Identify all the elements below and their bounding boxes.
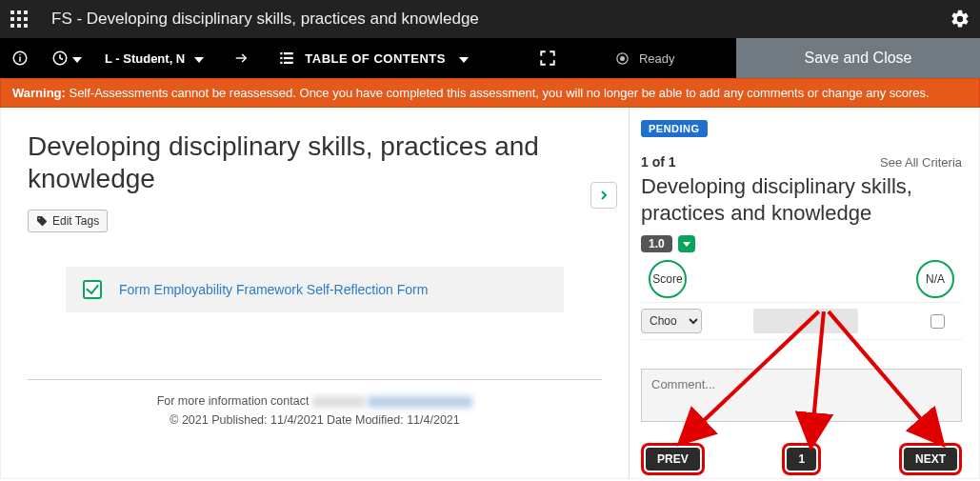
form-complete-check-icon [83,280,102,299]
content-heading: Developing disciplinary skills, practice… [28,130,602,194]
footer-info: For more information contact © 2021 Publ… [28,391,602,430]
apps-grid-icon[interactable] [10,10,29,29]
svg-rect-15 [284,52,293,54]
gear-icon[interactable] [950,9,970,30]
svg-rect-0 [10,10,14,14]
score-value-pill: 1.0 [641,235,672,252]
svg-rect-2 [24,10,28,14]
user-selector[interactable]: L - Student, N [93,38,215,78]
edit-tags-button[interactable]: Edit Tags [28,210,108,232]
svg-rect-8 [24,24,28,28]
page-indicator-button[interactable]: 1 [782,443,821,475]
app-header: FS - Developing disciplinary skills, pra… [0,0,980,38]
score-header-circle: Score [649,260,687,298]
svg-rect-16 [281,57,283,59]
form-link[interactable]: Form Employability Framework Self-Reflec… [119,282,428,297]
info-icon[interactable] [0,38,40,78]
history-icon[interactable] [40,38,93,78]
svg-rect-3 [10,17,14,21]
svg-rect-5 [24,17,28,21]
fullscreen-icon[interactable] [518,38,577,78]
save-and-close-button[interactable]: Save and Close [736,38,980,78]
svg-rect-1 [17,10,21,14]
na-header-circle: N/A [916,260,954,298]
comment-textarea[interactable] [641,369,962,422]
svg-rect-18 [281,62,283,64]
score-input-row: Choo [641,302,962,340]
toolbar: L - Student, N TABLE OF CONTENTS Ready S… [0,38,980,78]
score-dropdown-toggle[interactable] [678,235,695,252]
warning-banner: Warning: Self-Assessments cannot be reas… [0,78,980,108]
svg-point-21 [621,56,625,60]
svg-rect-7 [17,24,21,28]
status-ready[interactable]: Ready [577,38,736,78]
next-button[interactable]: NEXT [899,443,962,475]
user-name: L - Student, N [105,51,185,66]
score-select[interactable]: Choo [641,309,702,333]
status-badge: PENDING [641,120,708,137]
see-all-criteria-link[interactable]: See All Criteria [880,155,962,170]
prev-button[interactable]: PREV [641,443,705,475]
svg-rect-4 [17,17,21,21]
form-link-row: Form Employability Framework Self-Reflec… [66,267,564,312]
svg-rect-17 [284,57,293,59]
criteria-title: Developing disciplinary skills, practice… [641,173,962,226]
main-content: Developing disciplinary skills, practice… [0,108,980,479]
svg-rect-14 [281,52,283,54]
svg-rect-6 [10,24,14,28]
collapse-panel-button[interactable] [590,182,617,209]
svg-rect-19 [284,62,293,64]
na-checkbox[interactable] [930,314,945,329]
criteria-count: 1 of 1 [641,154,676,170]
svg-point-11 [19,54,21,56]
table-of-contents-button[interactable]: TABLE OF CONTENTS [267,38,480,78]
page-title: FS - Developing disciplinary skills, pra… [51,10,479,29]
divider [28,379,602,380]
left-panel: Developing disciplinary skills, practice… [1,108,630,478]
score-slider-placeholder[interactable] [753,309,858,333]
next-user-icon[interactable] [215,38,267,78]
assessment-panel: PENDING 1 of 1 See All Criteria Developi… [630,108,979,478]
nav-buttons: PREV 1 NEXT [641,443,962,475]
